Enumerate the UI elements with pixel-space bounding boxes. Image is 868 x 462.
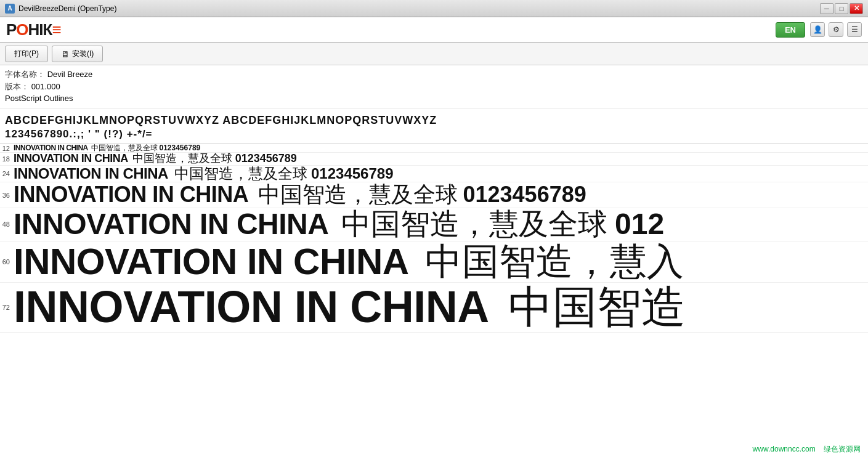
- preview-text: INNOVATION IN CHINA 中国智造，慧及全球 012: [14, 208, 664, 241]
- chinese-text: 中国智造，慧及全球: [341, 208, 615, 240]
- main-content: 字体名称： Devil Breeze 版本： 001.000 PostScrip…: [0, 65, 868, 462]
- preview-row: 24INNOVATION IN CHINA 中国智造，慧及全球 01234567…: [0, 166, 868, 182]
- latin-text: INNOVATION IN CHINA: [14, 166, 171, 182]
- chinese-text: 中国智造，慧及全球: [91, 144, 160, 152]
- print-button[interactable]: 打印(P): [5, 46, 48, 62]
- preview-text: INNOVATION IN CHINA 中国智造，慧及全球 0123456789: [14, 144, 200, 152]
- preview-text: INNOVATION IN CHINA 中国智造: [14, 283, 686, 332]
- number-text: 0123456789: [160, 144, 201, 152]
- restore-button[interactable]: □: [835, 3, 848, 14]
- type-value: PostScript Outlines: [5, 94, 73, 103]
- app-logo: PОНIК≡: [6, 20, 61, 39]
- settings-icon-button[interactable]: ⚙: [829, 22, 843, 37]
- install-button[interactable]: 🖥 安装(I): [52, 46, 103, 62]
- title-bar: A DevilBreezeDemi (OpenType) ─ □ ✕: [0, 0, 868, 17]
- number-text: 012: [615, 208, 664, 240]
- logo-area: PОНIК≡: [6, 20, 61, 39]
- alphabet-line2: 1234567890.:,; ' " (!?) +-*/=: [5, 128, 863, 141]
- latin-text: INNOVATION IN CHINA: [14, 208, 335, 240]
- preview-row: 36INNOVATION IN CHINA 中国智造，慧及全球 01234567…: [0, 182, 868, 208]
- chinese-text: 中国智造，慧入: [425, 241, 684, 282]
- preview-row: 60INNOVATION IN CHINA 中国智造，慧入: [0, 241, 868, 283]
- watermark-site: www.downncc.com: [753, 445, 816, 453]
- latin-text: INNOVATION IN CHINA: [14, 182, 253, 207]
- chinese-text: 中国智造，慧及全球: [258, 182, 463, 207]
- preview-row: 18INNOVATION IN CHINA 中国智造，慧及全球 01234567…: [0, 153, 868, 166]
- size-label: 60: [0, 258, 14, 265]
- install-label: 安装(I): [72, 49, 94, 59]
- preview-text: INNOVATION IN CHINA 中国智造，慧及全球 0123456789: [14, 153, 297, 165]
- window-title: DevilBreezeDemi (OpenType): [18, 4, 116, 13]
- version-label: 版本：: [5, 82, 29, 91]
- info-section: 字体名称： Devil Breeze 版本： 001.000 PostScrip…: [0, 65, 868, 108]
- number-text: 0123456789: [235, 153, 297, 164]
- version-value: 001.000: [31, 82, 60, 91]
- minimize-button[interactable]: ─: [820, 3, 834, 14]
- latin-text: INNOVATION IN CHINA: [14, 283, 500, 331]
- preview-text: INNOVATION IN CHINA 中国智造，慧及全球 0123456789: [14, 182, 586, 208]
- size-label: 36: [0, 192, 14, 199]
- user-icon-button[interactable]: 👤: [810, 22, 825, 37]
- font-name-value: Devil Breeze: [47, 70, 93, 79]
- toolbar: 打印(P) 🖥 安装(I): [0, 43, 868, 65]
- title-bar-controls: ─ □ ✕: [820, 3, 863, 14]
- preview-row: 72INNOVATION IN CHINA 中国智造: [0, 283, 868, 333]
- version-line: 版本： 001.000: [5, 81, 863, 93]
- chinese-text: 中国智造，慧及全球: [174, 166, 311, 182]
- number-text: 0123456789: [463, 182, 586, 207]
- alphabet-section: ABCDEFGHIJKLMNOPQRSTUVWXYZ ABCDEFGHIJKLM…: [0, 108, 868, 144]
- size-label: 12: [0, 145, 14, 152]
- footer-watermark: www.downncc.com 绿色资源网: [753, 444, 861, 455]
- app-header: PОНIК≡ EN 👤 ⚙ ☰: [0, 17, 868, 43]
- number-text: 0123456789: [311, 166, 393, 182]
- latin-text: INNOVATION IN CHINA: [14, 241, 418, 282]
- size-label: 72: [0, 304, 14, 311]
- type-line: PostScript Outlines: [5, 92, 863, 105]
- preview-row: 12INNOVATION IN CHINA 中国智造，慧及全球 01234567…: [0, 144, 868, 153]
- app-icon: A: [5, 4, 15, 14]
- preview-area: 12INNOVATION IN CHINA 中国智造，慧及全球 01234567…: [0, 144, 868, 462]
- latin-text: INNOVATION IN CHINA: [14, 153, 131, 164]
- close-button[interactable]: ✕: [850, 3, 863, 14]
- preview-text: INNOVATION IN CHINA 中国智造，慧及全球 0123456789: [14, 166, 394, 182]
- install-icon: 🖥: [61, 49, 70, 59]
- font-name-label: 字体名称：: [5, 70, 45, 79]
- size-label: 24: [0, 170, 14, 177]
- watermark-name: 绿色资源网: [824, 445, 861, 453]
- chinese-text: 中国智造: [508, 283, 686, 332]
- preview-row: 48INNOVATION IN CHINA 中国智造，慧及全球 012: [0, 208, 868, 241]
- language-button[interactable]: EN: [776, 22, 805, 38]
- header-icons: 👤 ⚙ ☰: [810, 22, 862, 37]
- latin-text: INNOVATION IN CHINA: [14, 144, 89, 152]
- alphabet-line1: ABCDEFGHIJKLMNOPQRSTUVWXYZ ABCDEFGHIJKLM…: [5, 113, 863, 128]
- menu-icon-button[interactable]: ☰: [847, 22, 862, 37]
- size-label: 18: [0, 155, 14, 163]
- preview-text: INNOVATION IN CHINA 中国智造，慧入: [14, 241, 684, 282]
- header-right: EN 👤 ⚙ ☰: [776, 22, 862, 38]
- size-label: 48: [0, 221, 14, 228]
- font-name-line: 字体名称： Devil Breeze: [5, 68, 863, 81]
- chinese-text: 中国智造，慧及全球: [132, 153, 235, 164]
- title-bar-left: A DevilBreezeDemi (OpenType): [5, 4, 116, 14]
